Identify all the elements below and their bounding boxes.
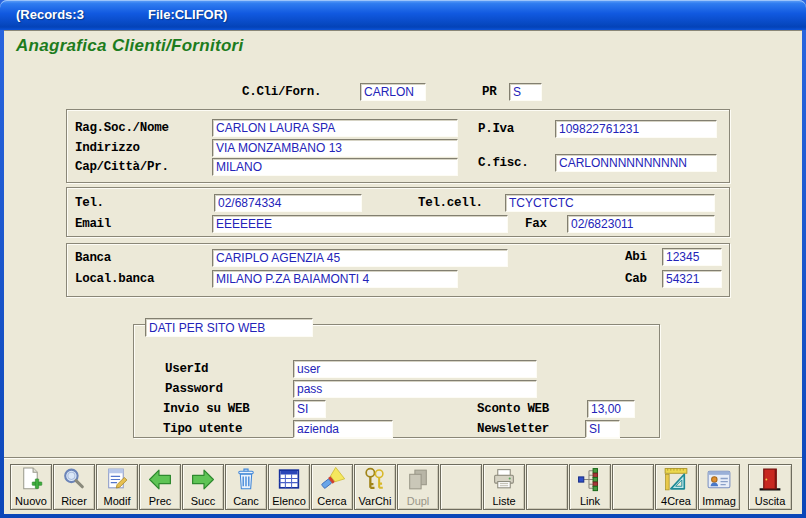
toolbar-button-label: Link (570, 495, 610, 507)
titlebar[interactable]: (Records:3 File:CLIFOR) (0, 0, 806, 30)
keys-icon (362, 466, 389, 493)
sconto-web-field[interactable]: 13,00 (587, 400, 635, 418)
toolbar-button-nuovo[interactable]: Nuovo (10, 464, 52, 510)
printer-icon (491, 466, 518, 493)
toolbar-button-prec[interactable]: Prec (139, 464, 181, 510)
cfisc-label: C.fisc. (478, 156, 528, 170)
toolbar-button-label: Nuovo (11, 495, 51, 507)
toolbar-empty-slot (612, 464, 654, 510)
code-field[interactable]: CARLON (360, 83, 426, 101)
invio-web-label: Invio su WEB (163, 402, 249, 416)
tipo-utente-label: Tipo utente (163, 422, 242, 436)
toolbar-button-label: Canc (226, 495, 266, 507)
arrow-right-icon (190, 466, 217, 493)
telcell-label: Tel.cell. (418, 196, 483, 210)
banca-field[interactable]: CARIPLO AGENZIA 45 (212, 249, 508, 267)
newsletter-label: Newsletter (477, 422, 549, 436)
piva-label: P.Iva (478, 122, 514, 136)
toolbar: NuovoRicerModifPrecSuccCancElencoCercaVa… (4, 457, 802, 515)
userid-label: UserId (165, 362, 208, 376)
toolbar-button-succ[interactable]: Succ (182, 464, 224, 510)
toolbar-button-label: Liste (484, 495, 524, 507)
toolbar-button-link[interactable]: Link (569, 464, 611, 510)
toolbar-button-label: VarChi (355, 495, 395, 507)
drafting-icon (663, 466, 690, 493)
toolbar-button-modif[interactable]: Modif (96, 464, 138, 510)
trash-icon (233, 466, 260, 493)
indirizzo-field[interactable]: VIA MONZAMBANO 13 (212, 139, 458, 157)
rag-soc-field[interactable]: CARLON LAURA SPA (212, 119, 458, 137)
toolbar-button-label: Ricer (54, 495, 94, 507)
toolbar-button-label: Uscita (749, 495, 791, 507)
toolbar-button-elenco[interactable]: Elenco (268, 464, 310, 510)
table-icon (276, 466, 303, 493)
telcell-field[interactable]: TCYCTCTC (505, 194, 715, 212)
cab-field[interactable]: 54321 (662, 270, 722, 288)
newsletter-field[interactable]: SI (585, 420, 620, 438)
tel-label: Tel. (75, 196, 104, 210)
toolbar-button-label: Cerca (312, 495, 352, 507)
toolbar-button-immag[interactable]: Immag (698, 464, 740, 510)
toolbar-empty-slot (440, 464, 482, 510)
web-section-title: DATI PER SITO WEB (145, 318, 313, 337)
tel-field[interactable]: 02/6874334 (214, 194, 362, 212)
code-label: C.Cli/Forn. (242, 85, 321, 99)
new-document-icon (18, 466, 45, 493)
form-area: Anagrafica Clienti/Fornitori C.Cli/Forn.… (4, 30, 802, 514)
toolbar-button-varchi[interactable]: VarChi (354, 464, 396, 510)
toolbar-empty-slot (526, 464, 568, 510)
tipo-utente-field[interactable]: azienda (293, 420, 393, 438)
userid-field[interactable]: user (293, 360, 537, 378)
toolbar-button-label: Prec (140, 495, 180, 507)
exit-door-icon (757, 466, 784, 493)
banca-label: Banca (75, 251, 111, 265)
pr-field[interactable]: S (509, 83, 542, 101)
titlebar-records-count: (Records:3 (16, 7, 84, 22)
localbanca-label: Local.banca (75, 272, 154, 286)
duplicate-icon (405, 466, 432, 493)
arrow-left-icon (147, 466, 174, 493)
abi-field[interactable]: 12345 (662, 248, 722, 266)
edit-document-icon (104, 466, 131, 493)
toolbar-button-label: Modif (97, 495, 137, 507)
contact-card-icon (706, 466, 733, 493)
toolbar-button-canc[interactable]: Canc (225, 464, 267, 510)
page-title: Anagrafica Clienti/Fornitori (16, 36, 244, 56)
email-field[interactable]: EEEEEEE (212, 215, 508, 233)
toolbar-button-4crea[interactable]: 4Crea (655, 464, 697, 510)
toolbar-button-ricer[interactable]: Ricer (53, 464, 95, 510)
toolbar-button-cerca[interactable]: Cerca (311, 464, 353, 510)
toolbar-button-dupl[interactable]: Dupl (397, 464, 439, 510)
cfisc-field[interactable]: CARLONNNNNNNNNN (555, 154, 717, 172)
toolbar-button-label: Elenco (269, 495, 309, 507)
localbanca-field[interactable]: MILANO P.ZA BAIAMONTI 4 (212, 270, 458, 288)
password-field[interactable]: pass (293, 380, 537, 398)
toolbar-button-label: Dupl (398, 495, 438, 507)
search-icon (61, 466, 88, 493)
invio-web-field[interactable]: SI (293, 400, 326, 418)
fax-field[interactable]: 02/6823011 (567, 215, 715, 233)
toolbar-button-label: 4Crea (656, 495, 696, 507)
cap-citta-label: Cap/Città/Pr. (75, 160, 169, 174)
toolbar-button-liste[interactable]: Liste (483, 464, 525, 510)
fax-label: Fax (525, 217, 547, 231)
abi-label: Abi (625, 250, 647, 264)
password-label: Password (165, 382, 223, 396)
cap-citta-field[interactable]: MILANO (212, 158, 458, 176)
sconto-web-label: Sconto WEB (477, 402, 549, 416)
indirizzo-label: Indirizzo (75, 141, 140, 155)
toolbar-button-label: Succ (183, 495, 223, 507)
app-window: (Records:3 File:CLIFOR) Anagrafica Clien… (0, 0, 806, 518)
email-label: Email (75, 217, 111, 231)
piva-field[interactable]: 109822761231 (555, 120, 717, 138)
titlebar-file-name: File:CLIFOR) (148, 7, 227, 22)
pr-label: PR (482, 85, 496, 99)
rag-soc-label: Rag.Soc./Nome (75, 121, 169, 135)
cab-label: Cab (625, 272, 647, 286)
toolbar-button-label: Immag (699, 495, 739, 507)
toolbar-button-uscita[interactable]: Uscita (748, 464, 792, 510)
link-tree-icon (577, 466, 604, 493)
flashlight-icon (319, 466, 346, 493)
